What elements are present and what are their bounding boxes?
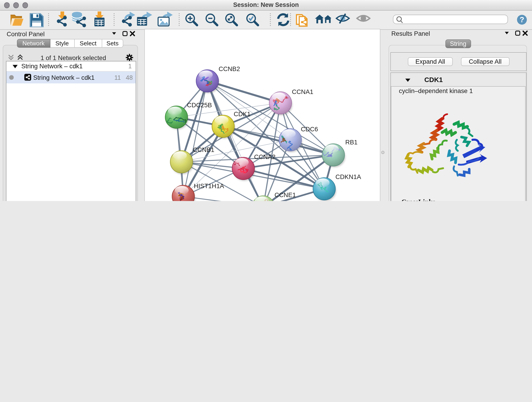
svg-text:CDK1: CDK1 bbox=[234, 110, 251, 117]
svg-text:CCNE1: CCNE1 bbox=[274, 191, 296, 198]
svg-text:RB1: RB1 bbox=[345, 138, 358, 146]
svg-text:CDKN1A: CDKN1A bbox=[336, 173, 361, 180]
svg-text:CDC25B: CDC25B bbox=[187, 101, 212, 108]
svg-text:HIST1H1A: HIST1H1A bbox=[194, 182, 224, 189]
svg-text:?: ? bbox=[520, 15, 524, 24]
svg-text:CCNA2: CCNA2 bbox=[254, 153, 276, 160]
svg-text:CDC6: CDC6 bbox=[301, 125, 318, 133]
svg-text:CCNA1: CCNA1 bbox=[292, 88, 313, 95]
svg-text:CCNB1: CCNB1 bbox=[193, 146, 215, 153]
svg-text:CCNB2: CCNB2 bbox=[219, 65, 240, 72]
